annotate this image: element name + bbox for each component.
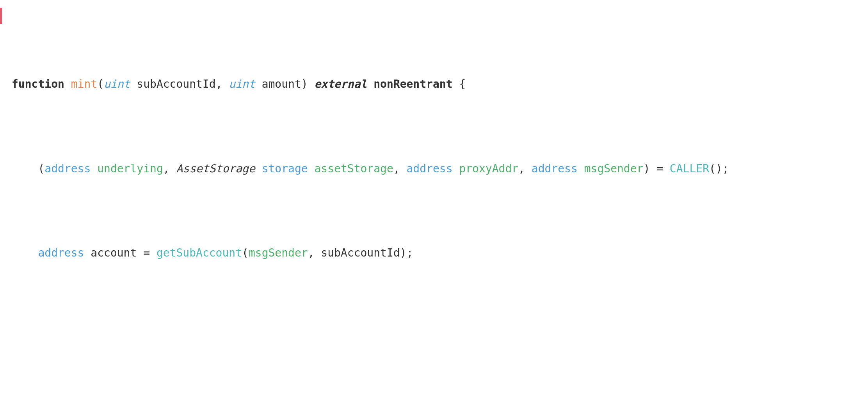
keyword-storage: storage bbox=[262, 162, 308, 175]
line-indicator bbox=[0, 8, 2, 24]
keyword-function: function bbox=[12, 78, 64, 90]
getsubaccount-fn: getSubAccount bbox=[157, 246, 242, 259]
caller-fn: CALLER bbox=[670, 162, 709, 175]
type-address2: address bbox=[407, 162, 453, 175]
type-address3: address bbox=[532, 162, 578, 175]
line-4 bbox=[8, 329, 852, 346]
code-editor: function mint(uint subAccountId, uint am… bbox=[0, 0, 868, 393]
keyword-external: external bbox=[315, 78, 367, 90]
var-proxyaddr: proxyAddr bbox=[459, 162, 518, 175]
line-3: address account = getSubAccount(msgSende… bbox=[8, 244, 852, 261]
line-2: (address underlying, AssetStorage storag… bbox=[8, 160, 852, 177]
var-msgsender: msgSender bbox=[584, 162, 644, 175]
arg-subaccountid: subAccountId bbox=[321, 246, 400, 259]
keyword-nonreentrant: nonReentrant bbox=[374, 78, 452, 90]
type-uint: uint bbox=[104, 78, 130, 90]
arg-msgsender: msgSender bbox=[249, 246, 308, 259]
var-account: account bbox=[91, 246, 137, 259]
line-1: function mint(uint subAccountId, uint am… bbox=[8, 76, 852, 92]
param-amount: amount bbox=[262, 78, 301, 90]
type-assetstorage: AssetStorage bbox=[176, 162, 255, 175]
var-underlying: underlying bbox=[97, 162, 163, 175]
type-address4: address bbox=[38, 246, 84, 259]
code-block: function mint(uint subAccountId, uint am… bbox=[8, 8, 852, 393]
param-subaccountid: subAccountId bbox=[137, 78, 215, 90]
var-assetstorage: assetStorage bbox=[315, 162, 393, 175]
type-uint2: uint bbox=[229, 78, 255, 90]
type-address: address bbox=[44, 162, 91, 175]
fn-mint: mint bbox=[71, 78, 97, 90]
